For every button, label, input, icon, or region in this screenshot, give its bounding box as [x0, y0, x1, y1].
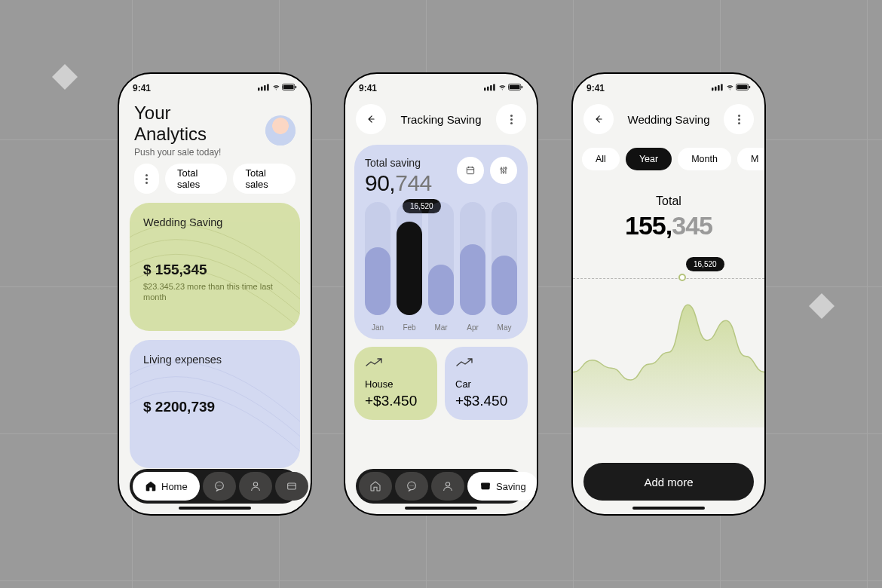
card-title: Wedding Saving — [143, 216, 286, 228]
back-button[interactable] — [356, 104, 386, 134]
segment-year[interactable]: Year — [626, 148, 672, 170]
phone-wedding-saving: 9:41 Wedding Saving AllYearMonthM Total … — [571, 72, 766, 516]
svg-rect-16 — [493, 84, 495, 90]
svg-rect-14 — [487, 87, 488, 91]
more-button[interactable] — [724, 104, 754, 134]
svg-point-28 — [446, 482, 449, 486]
nav-profile[interactable] — [239, 472, 272, 501]
segment-m[interactable]: M — [737, 148, 764, 170]
svg-rect-15 — [490, 85, 492, 90]
svg-rect-18 — [510, 85, 520, 90]
trend-up-icon — [365, 357, 387, 368]
svg-point-11 — [253, 482, 257, 486]
wallet-icon — [479, 480, 492, 492]
svg-rect-31 — [712, 87, 713, 90]
chip-total-sales[interactable]: Total sales — [165, 164, 228, 194]
card-wedding-saving[interactable]: Wedding Saving $ 155,345 $23.345.23 more… — [130, 203, 300, 331]
svg-rect-12 — [287, 483, 296, 489]
nav-home[interactable] — [359, 472, 392, 501]
total-label: Total — [573, 194, 764, 208]
phone-tracking-saving: 9:41 Tracking Saving Total saving 9 — [344, 72, 538, 516]
svg-rect-30 — [482, 483, 490, 485]
phone-analytics: 9:41 YourAnalytics Push your sale today! — [118, 72, 312, 516]
segment-all[interactable]: All — [582, 148, 620, 170]
svg-point-25 — [409, 485, 410, 486]
svg-rect-2 — [264, 85, 265, 90]
filter-button[interactable] — [490, 157, 517, 184]
arrow-left-icon — [366, 114, 376, 124]
svg-point-26 — [411, 485, 412, 486]
page-subtitle: Push your sale today! — [134, 147, 221, 158]
calendar-icon — [465, 165, 476, 176]
svg-rect-32 — [715, 87, 716, 91]
svg-rect-0 — [258, 87, 259, 90]
svg-point-8 — [217, 485, 218, 486]
svg-rect-36 — [737, 85, 748, 90]
avatar[interactable] — [265, 115, 296, 145]
svg-rect-1 — [261, 87, 262, 91]
more-button[interactable] — [134, 164, 159, 194]
savings-bar-chart[interactable]: 16,520 JanFebMarAprMay — [365, 204, 517, 332]
chat-icon — [406, 480, 418, 492]
bottom-nav: Home — [130, 469, 300, 504]
arrow-left-icon — [593, 114, 604, 124]
chart-reference-line — [573, 278, 764, 279]
more-vertical-icon — [145, 174, 148, 184]
add-more-button[interactable]: Add more — [583, 463, 754, 501]
total-value: 155,345 — [573, 211, 764, 240]
tile-title: House — [365, 378, 427, 390]
svg-point-21 — [501, 168, 502, 170]
home-indicator — [179, 507, 251, 510]
svg-rect-13 — [484, 87, 485, 90]
nav-profile[interactable] — [431, 472, 464, 501]
sliders-icon — [498, 165, 509, 176]
bottom-nav: Saving — [356, 469, 526, 504]
nav-label: Saving — [496, 481, 526, 492]
total-saving-label: Total saving — [365, 157, 432, 169]
tile-title: Car — [455, 378, 517, 390]
range-segmented-control: AllYearMonthM — [573, 140, 764, 181]
user-icon — [250, 480, 262, 492]
tile-car[interactable]: Car +$3.450 — [445, 347, 528, 420]
svg-rect-33 — [718, 85, 719, 90]
trend-up-icon — [455, 357, 478, 368]
chip-total-sales[interactable]: Total sales — [233, 164, 296, 194]
card-amount: $ 155,345 — [143, 262, 286, 278]
page-title: Tracking Saving — [401, 113, 482, 126]
home-icon — [369, 480, 381, 492]
more-button[interactable] — [496, 104, 526, 134]
svg-rect-37 — [749, 86, 751, 88]
status-icons — [484, 83, 523, 93]
svg-point-9 — [219, 485, 219, 486]
savings-area-chart[interactable]: 16,520 — [573, 254, 764, 427]
chart-tooltip: 16,520 — [686, 257, 724, 271]
card-living-expenses[interactable]: Living expenses $ 2200,739 — [130, 340, 300, 468]
chart-marker — [678, 274, 686, 281]
segment-month[interactable]: Month — [678, 148, 731, 170]
status-bar: 9:41 — [573, 74, 764, 96]
status-icons — [712, 83, 751, 93]
svg-point-23 — [505, 167, 507, 169]
home-indicator — [632, 507, 705, 510]
nav-wallet[interactable] — [275, 472, 308, 501]
nav-chat[interactable] — [203, 472, 236, 501]
decor-diamond — [52, 64, 78, 90]
tile-amount: +$3.450 — [455, 393, 517, 409]
wallet-icon — [286, 480, 298, 492]
back-button[interactable] — [583, 104, 614, 134]
tile-amount: +$3.450 — [365, 393, 427, 409]
card-title: Living expenses — [143, 354, 286, 366]
total-saving-panel: Total saving 90,744 16,520 JanFebMarAprM… — [354, 145, 528, 339]
more-vertical-icon — [510, 115, 513, 124]
home-icon — [145, 480, 157, 492]
svg-rect-19 — [522, 86, 523, 88]
svg-rect-20 — [467, 167, 473, 174]
tile-house[interactable]: House +$3.450 — [354, 347, 437, 420]
calendar-button[interactable] — [457, 157, 484, 184]
card-amount: $ 2200,739 — [143, 399, 286, 415]
nav-chat[interactable] — [395, 472, 428, 501]
nav-label: Home — [161, 481, 188, 492]
nav-saving[interactable]: Saving — [467, 472, 538, 501]
nav-home[interactable]: Home — [133, 472, 200, 501]
status-bar: 9:41 — [345, 74, 537, 96]
